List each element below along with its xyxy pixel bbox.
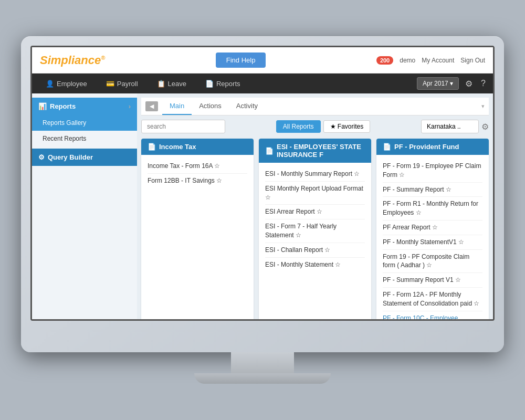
pf-header: 📄 PF - Provident Fund — [376, 139, 489, 155]
content-tabs: ◀ Main Actions Activity ▾ — [141, 98, 489, 116]
nav-tab-leave[interactable]: 📋 Leave — [149, 76, 195, 92]
monitor-stand-neck — [231, 352, 294, 373]
report-item[interactable]: PF - Form 12A - PF Monthly Statement of … — [383, 288, 482, 311]
report-item[interactable]: ESI - Monthly Statement ☆ — [265, 258, 365, 272]
back-button[interactable]: ◀ — [145, 101, 158, 111]
query-builder-icon: ⚙ — [38, 153, 45, 161]
filter-buttons: All Reports ★ Favorites — [276, 120, 370, 133]
esi-card: 📄 ESI - EMPLOYEES' STATE INSURANCE F ESI… — [259, 139, 371, 319]
report-item[interactable]: PF - Form 19 - Employee PF Claim Form ☆ — [383, 159, 482, 183]
esi-title: ESI - EMPLOYEES' STATE INSURANCE F — [277, 143, 365, 159]
pf-title: PF - Provident Fund — [394, 143, 459, 151]
pf-icon: 📄 — [383, 143, 391, 151]
income-tax-header: 📄 Income Tax — [141, 139, 254, 155]
header-right: 200 demo My Account Sign Out — [376, 56, 485, 65]
nav-tab-payroll[interactable]: 💳 Payroll — [98, 76, 146, 92]
income-tax-body: Income Tax - Form 16A ☆ Form 12BB - IT S… — [141, 155, 254, 192]
query-builder-label: Query Builder — [48, 153, 93, 161]
nav-tab-employee[interactable]: 👤 Employee — [37, 76, 96, 92]
reports-sidebar-icon: 📊 — [38, 102, 47, 110]
report-item[interactable]: PF - Summary Report V1 ☆ — [383, 273, 482, 288]
sidebar: 📊 Reports › Reports Gallery Recent Repor… — [32, 93, 137, 319]
chevron-right-icon: › — [129, 102, 131, 110]
report-item[interactable]: PF - Summary Report ☆ — [383, 183, 482, 197]
pf-body: PF - Form 19 - Employee PF Claim Form ☆ … — [376, 155, 489, 319]
find-help-button[interactable]: Find Help — [216, 52, 266, 68]
app-logo: Simpliance® — [40, 54, 105, 67]
tab-dropdown-icon[interactable]: ▾ — [481, 103, 485, 110]
report-item[interactable]: Form 19 - PF Composite Claim form ( Aadh… — [383, 250, 482, 274]
report-item[interactable]: ESI Arrear Report ☆ — [265, 205, 365, 219]
report-item[interactable]: ESI - Monthly Summary Report ☆ — [265, 167, 365, 182]
state-selector-input[interactable] — [421, 120, 479, 133]
date-selector[interactable]: Apr 2017 ▾ — [417, 77, 459, 90]
sidebar-header-label: Reports — [50, 102, 76, 110]
content-area: ◀ Main Actions Activity ▾ — [137, 93, 493, 319]
my-account-link[interactable]: My Account — [422, 57, 454, 64]
nav-tab-employee-label: Employee — [57, 80, 87, 88]
report-item[interactable]: PF - Monthly StatementV1 ☆ — [383, 235, 482, 250]
nav-tab-payroll-label: Payroll — [117, 80, 138, 88]
sidebar-recent-reports-label: Recent Reports — [43, 135, 86, 142]
sidebar-item-reports-gallery[interactable]: Reports Gallery — [32, 115, 137, 131]
nav-tabs: 👤 Employee 💳 Payroll 📋 Leave 📄 Reports — [37, 76, 249, 92]
nav-bar: 👤 Employee 💳 Payroll 📋 Leave 📄 Reports — [32, 74, 493, 93]
demo-label: demo — [400, 57, 415, 64]
filter-all-btn[interactable]: All Reports — [276, 120, 321, 133]
nav-tab-leave-label: Leave — [168, 80, 186, 88]
tab-actions[interactable]: Actions — [192, 98, 229, 115]
search-input[interactable] — [141, 120, 225, 133]
leave-icon: 📋 — [157, 80, 165, 88]
monitor-stand-base — [194, 373, 331, 384]
sidebar-reports-header[interactable]: 📊 Reports › — [32, 98, 137, 115]
app-header: Simpliance® Find Help 200 demo My Accoun… — [32, 47, 493, 74]
filter-favorites-btn[interactable]: ★ Favorites — [323, 120, 371, 133]
employee-icon: 👤 — [46, 80, 54, 88]
nav-tab-reports[interactable]: 📄 Reports — [197, 76, 249, 92]
tab-main[interactable]: Main — [162, 98, 192, 115]
sign-out-link[interactable]: Sign Out — [460, 57, 485, 64]
nav-right: Apr 2017 ▾ ⚙ ? — [417, 77, 488, 91]
main-container: 📊 Reports › Reports Gallery Recent Repor… — [32, 93, 493, 319]
income-tax-title: Income Tax — [159, 143, 196, 151]
help-icon[interactable]: ? — [479, 77, 488, 90]
esi-icon: 📄 — [265, 147, 274, 155]
report-item[interactable]: ESI - Form 7 - Half Yearly Statement ☆ — [265, 219, 365, 243]
toolbar: All Reports ★ Favorites ⚙ — [141, 120, 489, 133]
gear-icon[interactable]: ⚙ — [481, 122, 489, 132]
income-tax-icon: 📄 — [148, 143, 156, 151]
report-item-highlight[interactable]: PF - Form 10C - Employee Pension Scheme … — [383, 311, 482, 319]
notification-badge[interactable]: 200 — [376, 56, 393, 65]
reports-grid: 📄 Income Tax Income Tax - Form 16A ☆ For… — [141, 139, 489, 319]
sidebar-reports-gallery-label: Reports Gallery — [43, 119, 86, 127]
report-item[interactable]: ESI - Challan Report ☆ — [265, 243, 365, 258]
income-tax-card: 📄 Income Tax Income Tax - Form 16A ☆ For… — [141, 139, 254, 319]
esi-header: 📄 ESI - EMPLOYEES' STATE INSURANCE F — [259, 139, 371, 163]
esi-body: ESI - Monthly Summary Report ☆ ESI Month… — [259, 163, 371, 276]
report-item[interactable]: PF - Form R1 - Monthly Return for Employ… — [383, 197, 482, 220]
tab-activity[interactable]: Activity — [229, 98, 265, 115]
reports-icon: 📄 — [205, 80, 214, 88]
sidebar-item-recent-reports[interactable]: Recent Reports — [32, 131, 137, 146]
nav-tab-reports-label: Reports — [216, 80, 240, 88]
payroll-icon: 💳 — [106, 80, 114, 88]
sidebar-query-builder[interactable]: ⚙ Query Builder — [32, 149, 137, 166]
report-item[interactable]: PF Arrear Report ☆ — [383, 220, 482, 235]
report-item[interactable]: Form 12BB - IT Savings ☆ — [148, 174, 247, 188]
pf-card: 📄 PF - Provident Fund PF - Form 19 - Emp… — [376, 139, 489, 319]
report-item[interactable]: Income Tax - Form 16A ☆ — [148, 159, 247, 174]
settings-icon[interactable]: ⚙ — [463, 77, 475, 91]
report-item[interactable]: ESI Monthly Report Upload Format ☆ — [265, 182, 365, 205]
